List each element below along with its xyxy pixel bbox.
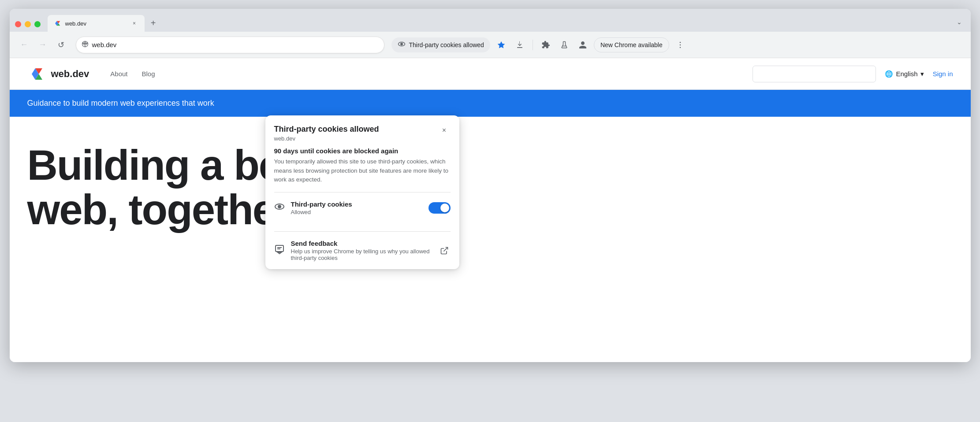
- bookmark-button[interactable]: [494, 37, 509, 52]
- url-text: web.dev: [92, 41, 379, 48]
- eye-icon: [398, 40, 406, 50]
- back-button[interactable]: ←: [17, 37, 32, 52]
- nav-blog[interactable]: Blog: [142, 70, 155, 78]
- logo-text: web.dev: [51, 68, 89, 80]
- reload-button[interactable]: ↺: [54, 37, 69, 52]
- svg-point-4: [400, 43, 402, 45]
- active-tab[interactable]: web.dev ×: [48, 15, 145, 32]
- feedback-row-title: Send feedback: [291, 240, 432, 247]
- feedback-row-content: Send feedback Help us improve Chrome by …: [291, 240, 432, 261]
- cookies-pill-label: Third-party cookies allowed: [409, 41, 484, 48]
- minimize-window-button[interactable]: [25, 21, 31, 27]
- popup-divider-2: [274, 231, 451, 232]
- new-tab-button[interactable]: +: [146, 16, 160, 30]
- popup-title-section: Third-party cookies allowed web.dev: [274, 124, 438, 142]
- svg-point-7: [680, 47, 681, 48]
- toolbar: ← → ↺ web.dev Third-party cookies: [10, 32, 971, 58]
- feedback-row[interactable]: Send feedback Help us improve Chrome by …: [265, 240, 459, 269]
- popup-title: Third-party cookies allowed: [274, 124, 438, 134]
- hero-text: Building a bet web, togethe: [10, 117, 971, 232]
- site-nav: About Blog: [110, 70, 155, 78]
- cookies-popup: Third-party cookies allowed web.dev × 90…: [265, 115, 459, 269]
- svg-line-11: [443, 247, 447, 251]
- cookies-toggle[interactable]: [429, 202, 451, 214]
- cookies-row-subtitle: Allowed: [291, 209, 422, 215]
- globe-icon: 🌐: [885, 70, 893, 78]
- popup-warning-title: 90 days until cookies are blocked again: [274, 147, 451, 155]
- eye-row-icon: [274, 201, 285, 215]
- language-chevron-icon: ▾: [920, 70, 924, 78]
- hero-banner-text: Guidance to build modern web experiences…: [27, 99, 214, 107]
- feedback-icon: [274, 244, 285, 257]
- maximize-window-button[interactable]: [34, 21, 41, 27]
- sign-in-button[interactable]: Sign in: [933, 70, 953, 78]
- site-info-icon[interactable]: [82, 41, 89, 49]
- browser-window: web.dev × + ⌄ ← → ↺ web.dev: [10, 9, 971, 362]
- menu-button[interactable]: [673, 37, 688, 52]
- omnibox[interactable]: web.dev: [76, 37, 384, 53]
- external-link-icon[interactable]: [438, 244, 451, 257]
- toolbar-divider: [533, 40, 533, 50]
- tab-bar-end: ⌄: [953, 16, 965, 32]
- hero-line-1: Building a bet: [27, 143, 953, 188]
- hero-line-2: web, togethe: [27, 188, 953, 232]
- language-label: English: [896, 70, 917, 78]
- svg-rect-0: [82, 43, 88, 44]
- svg-point-6: [680, 44, 681, 45]
- page-content: web.dev About Blog 🌐 English ▾ Sign in G…: [10, 58, 971, 362]
- close-window-button[interactable]: [15, 21, 21, 27]
- search-bar[interactable]: [753, 66, 876, 82]
- profile-button[interactable]: [575, 37, 590, 52]
- popup-warning-text: You temporarily allowed this site to use…: [274, 157, 451, 184]
- tab-title: web.dev: [65, 20, 127, 27]
- tab-close-button[interactable]: ×: [130, 19, 138, 27]
- nav-about[interactable]: About: [110, 70, 127, 78]
- svg-point-9: [278, 205, 281, 208]
- tab-bar: web.dev × + ⌄: [10, 9, 971, 32]
- download-button[interactable]: [512, 37, 527, 52]
- site-header-right: 🌐 English ▾ Sign in: [753, 66, 953, 82]
- cookies-indicator[interactable]: Third-party cookies allowed: [391, 37, 490, 52]
- logo-icon: [27, 65, 46, 83]
- extensions-button[interactable]: [538, 37, 553, 52]
- cookies-toggle-row: Third-party cookies Allowed: [265, 200, 459, 223]
- popup-domain: web.dev: [274, 135, 438, 142]
- new-chrome-label: New Chrome available: [600, 41, 663, 48]
- popup-close-button[interactable]: ×: [438, 124, 451, 137]
- tab-favicon: [54, 19, 62, 27]
- cookies-row-content: Third-party cookies Allowed: [291, 200, 422, 215]
- tab-list-chevron[interactable]: ⌄: [953, 16, 965, 28]
- lab-icon-button[interactable]: [557, 37, 572, 52]
- svg-rect-1: [83, 44, 87, 44]
- new-chrome-button[interactable]: New Chrome available: [594, 37, 669, 52]
- forward-button[interactable]: →: [35, 37, 50, 52]
- popup-header: Third-party cookies allowed web.dev ×: [265, 115, 459, 147]
- feedback-row-subtitle: Help us improve Chrome by telling us why…: [291, 248, 432, 261]
- language-button[interactable]: 🌐 English ▾: [885, 70, 924, 78]
- site-logo[interactable]: web.dev: [27, 65, 89, 83]
- popup-body: 90 days until cookies are blocked again …: [265, 147, 459, 184]
- svg-point-5: [680, 41, 681, 43]
- popup-divider-1: [274, 192, 451, 192]
- hero-banner: Guidance to build modern web experiences…: [10, 90, 971, 117]
- site-header: web.dev About Blog 🌐 English ▾ Sign in: [10, 58, 971, 90]
- traffic-lights: [15, 21, 41, 32]
- cookies-row-title: Third-party cookies: [291, 200, 422, 208]
